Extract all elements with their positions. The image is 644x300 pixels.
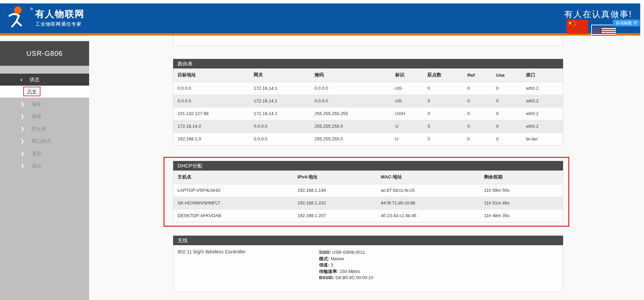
table-cell: br-lan	[522, 133, 563, 145]
sidebar-item-firewall[interactable]: ❯防火墙	[0, 123, 89, 135]
detail-label: 传输速率:	[319, 269, 338, 274]
table-cell: 172.16.14.1	[250, 107, 310, 120]
chevron-right-icon: ❯	[21, 147, 24, 161]
sidebar-item-system[interactable]: ❯系统	[0, 147, 89, 160]
sidebar-item-label: 防火墙	[32, 126, 46, 132]
brand-title: 有人物联网	[35, 8, 85, 20]
overview-link[interactable]: 总览	[23, 87, 40, 96]
table-cell: 0	[492, 82, 522, 95]
sidebar-item-label: 退出	[32, 163, 41, 168]
column-header: 主机名	[173, 171, 293, 184]
table-cell: 0.0.0.0	[250, 133, 310, 145]
table-header-row: 主机名 IPv4-地址 MAC-地址 剩余租期	[173, 171, 563, 184]
router-admin-page: ® 有人物联网 工业物联网通信专家 有人在认真做事!	[0, 0, 644, 300]
table-cell: 0	[463, 82, 492, 95]
table-cell: 11h 51m 46s	[480, 197, 563, 209]
sidebar-item-port-mode[interactable]: ❯网口模式	[0, 135, 89, 147]
table-cell: 0	[463, 107, 492, 120]
table-cell: 0.0.0.0	[311, 82, 391, 95]
table-cell: 5	[423, 95, 463, 107]
brand-logo-icon	[5, 6, 32, 28]
column-header: Ref	[463, 68, 492, 82]
column-header: 标识	[391, 68, 423, 82]
table-row: 0.0.0.0172.16.14.10.0.0.0UG500eth0.2	[173, 95, 563, 107]
table-cell: 192.168.1.0	[173, 133, 250, 145]
table-cell: UGH	[391, 107, 423, 120]
scrolled-out-panel	[173, 36, 563, 46]
sidebar-item-logout[interactable]: ❯退出	[0, 160, 89, 172]
table-cell: 0	[423, 82, 463, 95]
table-row: 101.132.127.68172.16.14.1255.255.255.255…	[173, 107, 563, 120]
device-name-block: USR-G806	[0, 41, 89, 66]
sidebar-item-label: 网络	[32, 114, 41, 119]
table-cell: 0	[423, 107, 463, 120]
wifi-detail-ssid: SSID: USR-G806-0011	[319, 249, 373, 256]
sidebar-item-label: 网口模式	[32, 138, 51, 144]
table-cell: 101.132.127.68	[173, 107, 250, 120]
auto-refresh-toggle[interactable]: 自动刷新 开	[613, 20, 640, 26]
table-cell: 0	[463, 120, 492, 133]
table-row: LAPTOP-VSP4LNHO192.168.1.149ac:67:5d:cc:…	[173, 184, 563, 197]
column-header: 网关	[250, 68, 310, 82]
table-cell: 192.168.1.207	[293, 209, 377, 222]
dhcp-table: 主机名 IPv4-地址 MAC-地址 剩余租期 LAPTOP-VSP4LNHO1…	[173, 171, 563, 222]
table-row: 172.16.14.00.0.0.0255.255.255.0U500eth0.…	[173, 120, 563, 133]
chevron-right-icon: ❯	[21, 135, 24, 148]
table-cell: U	[391, 120, 423, 133]
brand-tagline: 工业物联网通信专家	[35, 21, 82, 27]
table-cell: 172.16.14.0	[173, 120, 250, 133]
wifi-detail-bitrate: 传输速率: 150 Mbit/s	[319, 268, 373, 275]
wireless-section: 无线 802.11 b/g/n Wireless Controller SSID…	[173, 236, 563, 292]
routing-table: 目标地址 网关 掩码 标识 跃点数 Ref Use 接口 0.0.0.0172.…	[173, 68, 563, 146]
table-cell: 192.168.1.232	[293, 197, 377, 209]
table-cell: 0.0.0.0	[311, 95, 391, 107]
detail-value: 3	[331, 262, 333, 267]
column-header: MAC-地址	[377, 171, 480, 184]
table-cell: 0.0.0.0	[250, 120, 310, 133]
wifi-detail-mode: 模式: Master	[319, 256, 373, 262]
table-row: DESKTOP-AFKVOAB192.168.1.20740:23:43:c1:…	[173, 209, 563, 222]
sidebar-item-services[interactable]: ❯服务	[0, 98, 89, 110]
table-cell: 40:23:43:c1:4b:45	[377, 209, 480, 222]
header-accent-bar	[0, 33, 640, 36]
dhcp-section: DHCP分配 主机名 IPv4-地址 MAC-地址 剩余租期 LAPTOP-VS…	[173, 161, 563, 222]
sidebar-divider	[0, 66, 89, 74]
table-cell: 0.0.0.0	[173, 95, 250, 107]
routing-section-title: 路由表	[173, 59, 563, 68]
table-cell: U	[391, 133, 423, 145]
table-cell: 255.255.255.0	[311, 133, 391, 145]
wireless-details: SSID: USR-G806-0011 模式: Master 信道: 3 传输速…	[319, 249, 373, 281]
detail-label: SSID:	[319, 250, 331, 255]
table-cell: 172.16.14.1	[250, 95, 310, 107]
sidebar-menu: ❯服务 ❯网络 ❯防火墙 ❯网口模式 ❯系统 ❯退出	[0, 98, 89, 300]
table-cell: 0	[463, 95, 492, 107]
flag-china-icon[interactable]	[567, 19, 588, 34]
table-cell: UG	[391, 95, 423, 107]
header-slogan: 有人在认真做事!	[564, 9, 632, 20]
detail-label: 信道:	[319, 262, 329, 267]
detail-label: 模式:	[319, 256, 329, 261]
table-cell: eth0.2	[522, 95, 563, 107]
column-header: Use	[492, 68, 522, 82]
table-cell: 11h 48m 35s	[480, 209, 563, 222]
table-cell: eth0.2	[522, 107, 563, 120]
table-row: 192.168.1.00.0.0.0255.255.255.0U000br-la…	[173, 133, 563, 145]
chevron-right-icon: ❯	[21, 159, 24, 173]
detail-value: Master	[331, 256, 344, 261]
table-cell: 255.255.255.255	[311, 107, 391, 120]
app-header: ® 有人物联网 工业物联网通信专家 有人在认真做事!	[0, 3, 640, 33]
table-cell: SK-HCHIWVNHNFLT	[173, 197, 293, 209]
sidebar-item-overview[interactable]: 总览	[0, 86, 89, 98]
chevron-down-icon: ∨	[20, 77, 23, 82]
wifi-detail-channel: 信道: 3	[319, 262, 373, 268]
registered-trademark: ®	[30, 7, 33, 11]
table-cell: 0	[423, 133, 463, 145]
table-cell: DESKTOP-AFKVOAB	[173, 209, 293, 222]
table-cell: ac:67:5d:cc:fe:c5	[377, 184, 480, 197]
table-cell: 0	[492, 120, 522, 133]
table-cell: 0	[492, 107, 522, 120]
sidebar-group-status[interactable]: ∨状态	[0, 74, 89, 86]
sidebar-item-network[interactable]: ❯网络	[0, 110, 89, 123]
table-row: SK-HCHIWVNHNFLT192.168.1.23244:f9:71:d5:…	[173, 197, 563, 209]
table-cell: 0.0.0.0	[173, 82, 250, 95]
